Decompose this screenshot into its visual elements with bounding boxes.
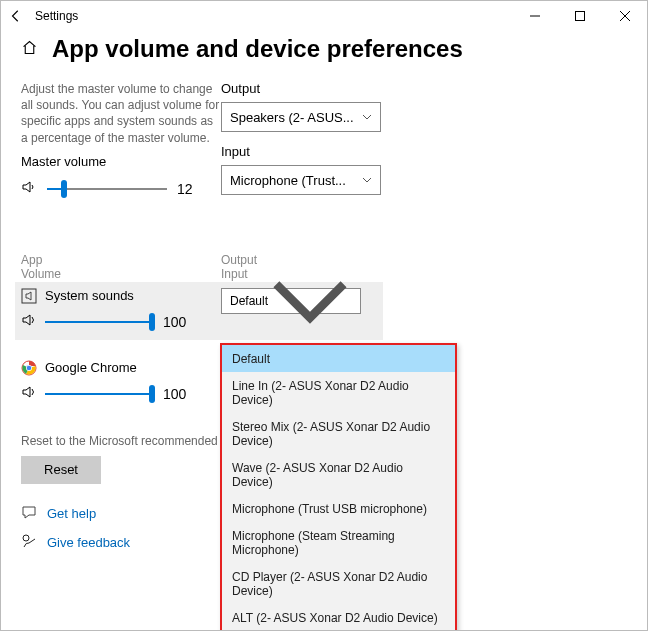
system-sounds-volume-value: 100: [163, 314, 186, 330]
input-select[interactable]: Microphone (Trust...: [221, 165, 381, 195]
chrome-volume-slider[interactable]: [45, 386, 155, 402]
output-label: Output: [221, 81, 441, 96]
page-title: App volume and device preferences: [52, 35, 463, 63]
svg-point-9: [23, 535, 29, 541]
app-row-system-sounds: System sounds 100 Default: [15, 282, 383, 340]
column-app-volume: AppVolume: [21, 253, 221, 282]
master-volume-value: 12: [177, 181, 193, 197]
output-select[interactable]: Speakers (2- ASUS...: [221, 102, 381, 132]
dropdown-item[interactable]: Wave (2- ASUS Xonar D2 Audio Device): [222, 454, 455, 495]
close-button[interactable]: [602, 1, 647, 31]
system-sounds-volume-slider[interactable]: [45, 314, 155, 330]
svg-rect-1: [575, 12, 584, 21]
dropdown-item[interactable]: Line In (2- ASUS Xonar D2 Audio Device): [222, 372, 455, 413]
svg-point-8: [27, 365, 32, 370]
feedback-icon: [21, 533, 37, 552]
chrome-volume-value: 100: [163, 386, 186, 402]
chat-icon: [21, 504, 37, 523]
minimize-button[interactable]: [512, 1, 557, 31]
dropdown-item[interactable]: ALT (2- ASUS Xonar D2 Audio Device): [222, 604, 455, 631]
input-device-dropdown: Default Line In (2- ASUS Xonar D2 Audio …: [220, 343, 457, 631]
svg-rect-4: [22, 289, 36, 303]
maximize-button[interactable]: [557, 1, 602, 31]
get-help-label: Get help: [47, 506, 96, 521]
home-icon[interactable]: [21, 39, 38, 60]
speaker-icon[interactable]: [21, 312, 37, 332]
system-sounds-output-value: Default: [230, 294, 268, 308]
column-output-input: OutputInput: [221, 253, 257, 282]
system-sounds-output-select[interactable]: Default: [221, 288, 361, 314]
give-feedback-label: Give feedback: [47, 535, 130, 550]
chrome-icon: [21, 360, 37, 376]
dropdown-item[interactable]: Default: [222, 345, 455, 372]
master-volume-label: Master volume: [21, 154, 221, 169]
reset-button[interactable]: Reset: [21, 456, 101, 484]
window-title: Settings: [35, 9, 78, 23]
output-select-value: Speakers (2- ASUS...: [230, 110, 354, 125]
dropdown-item[interactable]: Microphone (Trust USB microphone): [222, 495, 455, 522]
dropdown-item[interactable]: Microphone (Steam Streaming Microphone): [222, 522, 455, 563]
speaker-icon[interactable]: [21, 384, 37, 404]
app-name: Google Chrome: [45, 360, 137, 375]
page-description: Adjust the master volume to change all s…: [21, 81, 221, 146]
app-name: System sounds: [45, 288, 134, 303]
dropdown-item[interactable]: CD Player (2- ASUS Xonar D2 Audio Device…: [222, 563, 455, 604]
back-button[interactable]: [1, 1, 31, 31]
input-label: Input: [221, 144, 441, 159]
chevron-down-icon: [362, 175, 372, 185]
input-select-value: Microphone (Trust...: [230, 173, 346, 188]
speaker-icon[interactable]: [21, 179, 37, 199]
master-volume-slider[interactable]: [47, 181, 167, 197]
system-sounds-icon: [21, 288, 37, 304]
chevron-down-icon: [362, 112, 372, 122]
chevron-down-icon: [268, 259, 352, 343]
dropdown-item[interactable]: Stereo Mix (2- ASUS Xonar D2 Audio Devic…: [222, 413, 455, 454]
